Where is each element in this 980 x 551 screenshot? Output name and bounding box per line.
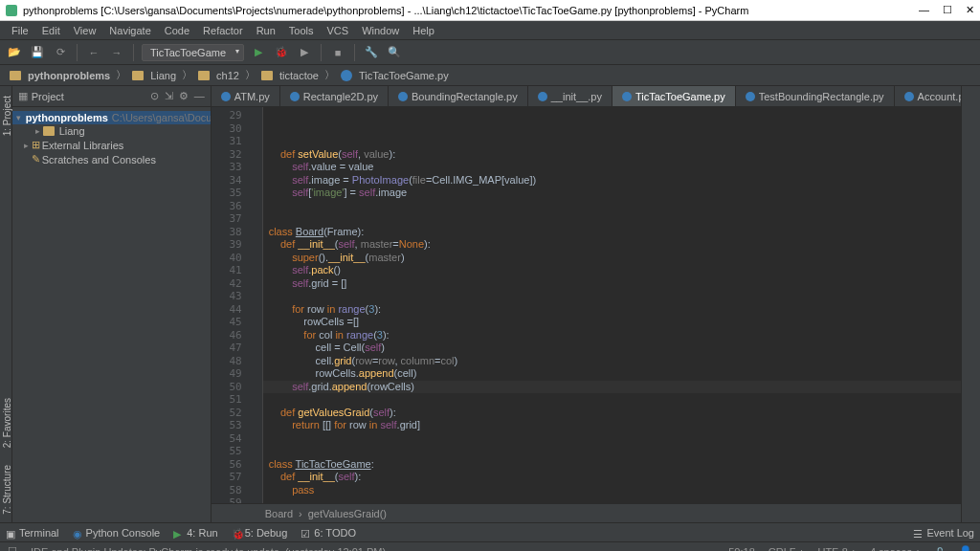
forward-icon[interactable]: → (108, 44, 125, 61)
run-config-select[interactable]: TicTacToeGame (142, 44, 244, 61)
navigation-breadcrumb: pythonproblems 〉 Liang 〉 ch12 〉 tictacto… (0, 65, 980, 86)
terminal-tab[interactable]: ▣Terminal (6, 527, 59, 539)
panel-select-icon[interactable]: ▦ (18, 90, 28, 102)
lock-icon[interactable] (934, 546, 946, 552)
fold-gutter[interactable] (250, 107, 263, 503)
search-icon[interactable]: 🔍 (386, 44, 403, 61)
python-file-icon (341, 70, 352, 81)
titlebar: pythonproblems [C:\Users\gansa\Documents… (0, 0, 980, 21)
close-button[interactable]: ✕ (966, 4, 974, 16)
bc-part[interactable]: tictactoe (279, 70, 319, 81)
menu-window[interactable]: Window (356, 23, 405, 38)
editor-tab[interactable]: Rectangle2D.py (280, 86, 389, 106)
code-text[interactable]: def setValue(self, value): self.value = … (263, 107, 969, 503)
project-panel-header: ▦ Project ⊙ ⇲ ⚙ — (12, 86, 211, 107)
editor-tab[interactable]: ATM.py (212, 86, 280, 106)
menu-code[interactable]: Code (159, 23, 195, 38)
window-controls: — ☐ ✕ (919, 4, 974, 16)
debug-icon[interactable]: 🐞 (273, 44, 290, 61)
open-icon[interactable]: 📂 (6, 44, 23, 61)
project-tool-tab[interactable]: 1: Project (0, 90, 14, 142)
status-message: IDE and Plugin Updates: PyCharm is ready… (31, 546, 715, 552)
structure-tool-tab[interactable]: 7: Structure (0, 459, 14, 520)
editor-tab[interactable]: BoundingRectangle.py (389, 86, 528, 106)
editor-breadcrumb: Board › getValuesGraid() (212, 503, 980, 522)
bc-class[interactable]: Board (265, 508, 293, 519)
wrench-icon[interactable]: 🔧 (363, 44, 380, 61)
favorites-tool-tab[interactable]: 2: Favorites (0, 392, 14, 453)
folder-icon (132, 71, 144, 80)
sync-icon[interactable]: ⟳ (52, 44, 69, 61)
minimize-button[interactable]: — (919, 4, 929, 16)
editor-tab[interactable]: TestBoundingRectangle.py (736, 86, 895, 106)
menu-refactor[interactable]: Refactor (197, 23, 249, 38)
encoding[interactable]: UTF-8 ÷ (818, 546, 857, 552)
project-panel: ▦ Project ⊙ ⇲ ⚙ — ▾ pythonproblems C:\Us… (12, 86, 212, 522)
folder-icon (198, 71, 210, 80)
editor: ATM.pyRectangle2D.pyBoundingRectangle.py… (212, 86, 980, 522)
menu-file[interactable]: File (6, 23, 34, 38)
tree-item[interactable]: ▸⊞ External Libraries (12, 138, 211, 152)
indent-setting[interactable]: 4 spaces ÷ (870, 546, 921, 552)
collapse-icon[interactable]: ⊙ (150, 90, 159, 102)
inspector-icon[interactable]: 👤 (959, 545, 972, 551)
back-icon[interactable]: ← (85, 44, 102, 61)
gear-icon[interactable]: ⚙ (179, 90, 189, 102)
cursor-position[interactable]: 50:18 (728, 546, 755, 552)
left-sidebar-tabs: 1: Project 2: Favorites 7: Structure (0, 86, 12, 522)
menu-help[interactable]: Help (407, 23, 440, 38)
bc-method[interactable]: getValuesGraid() (308, 508, 387, 519)
editor-tab[interactable]: TicTacToeGame.py (612, 86, 736, 106)
bc-part[interactable]: ch12 (216, 70, 239, 81)
python-console-tab[interactable]: ◉Python Console (73, 527, 161, 539)
app-icon (6, 5, 17, 16)
panel-title[interactable]: Project (32, 91, 150, 102)
coverage-icon[interactable]: ▶ (296, 44, 313, 61)
editor-tabs: ATM.pyRectangle2D.pyBoundingRectangle.py… (212, 86, 980, 107)
toolbar: 📂 💾 ⟳ ← → TicTacToeGame ▶ 🐞 ▶ ■ 🔧 🔍 (0, 40, 980, 65)
statusbar: ☐ IDE and Plugin Updates: PyCharm is rea… (0, 541, 980, 551)
debug-tab[interactable]: 🐞5: Debug (232, 527, 288, 539)
status-icon[interactable]: ☐ (8, 545, 17, 551)
line-ending[interactable]: CRLF ÷ (768, 546, 805, 552)
run-icon[interactable]: ▶ (250, 44, 267, 61)
menu-navigate[interactable]: Navigate (103, 23, 156, 38)
hide-icon[interactable]: — (194, 90, 205, 102)
menubar: File Edit View Navigate Code Refactor Ru… (0, 21, 980, 40)
main-area: 1: Project 2: Favorites 7: Structure ▦ P… (0, 86, 980, 522)
line-gutter: 2930313233343536373839404142434445464748… (212, 107, 250, 503)
tree-item[interactable]: ▸ Liang (12, 124, 211, 138)
stop-icon[interactable]: ■ (329, 44, 346, 61)
save-icon[interactable]: 💾 (29, 44, 46, 61)
maximize-button[interactable]: ☐ (943, 4, 952, 16)
bc-part[interactable]: Liang (150, 70, 176, 81)
menu-run[interactable]: Run (251, 23, 281, 38)
run-tab[interactable]: ▶4: Run (173, 527, 217, 539)
code-area[interactable]: 2930313233343536373839404142434445464748… (212, 107, 980, 503)
bc-file[interactable]: TicTacToeGame.py (359, 70, 449, 81)
todo-tab[interactable]: ☑6: TODO (301, 527, 356, 539)
menu-vcs[interactable]: VCS (322, 23, 355, 38)
folder-icon (10, 71, 21, 80)
right-sidebar-tabs (961, 86, 980, 522)
window-title: pythonproblems [C:\Users\gansa\Documents… (23, 5, 919, 16)
tree-item[interactable]: ✎ Scratches and Consoles (12, 152, 211, 166)
event-log-tab[interactable]: ☰Event Log (913, 527, 974, 539)
menu-tools[interactable]: Tools (283, 23, 320, 38)
bottom-tool-tabs: ▣Terminal ◉Python Console ▶4: Run 🐞5: De… (0, 522, 980, 541)
menu-edit[interactable]: Edit (36, 23, 66, 38)
expand-icon[interactable]: ⇲ (165, 90, 173, 102)
project-tree: ▾ pythonproblems C:\Users\gansa\Docum ▸ … (12, 107, 211, 170)
bc-root[interactable]: pythonproblems (28, 70, 110, 81)
editor-tab[interactable]: __init__.py (528, 86, 612, 106)
menu-view[interactable]: View (68, 23, 102, 38)
tree-root[interactable]: ▾ pythonproblems C:\Users\gansa\Docum (12, 111, 211, 124)
folder-icon (261, 71, 273, 80)
